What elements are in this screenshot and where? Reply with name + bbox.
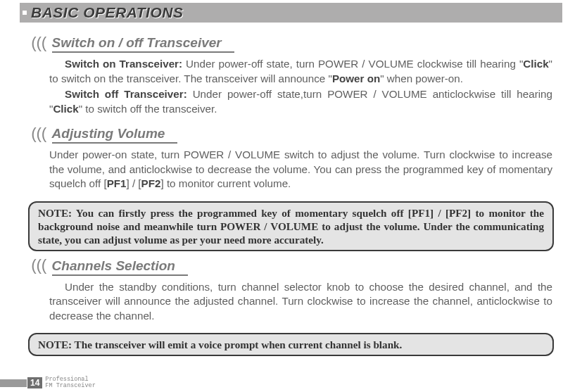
body-text: " to switch off the transceiver.: [79, 103, 217, 115]
bold-term: Click: [53, 103, 78, 115]
section-head: ((( Switch on / off Transceiver: [30, 35, 552, 53]
lead-label: Switch off Transceiver:: [65, 88, 187, 100]
banner-title: BASIC OPERATIONS: [31, 4, 183, 20]
section-body: Switch on Transceiver: Under power-off s…: [49, 57, 552, 116]
manual-page: BASIC OPERATIONS ((( Switch on / off Tra…: [0, 3, 582, 356]
section-head: ((( Adjusting Volume: [30, 126, 552, 144]
note-text: NOTE: The transceiver will emit a voice …: [38, 339, 402, 350]
radio-wave-icon: (((: [30, 37, 45, 52]
section-channels: ((( Channels Selection Under the standby…: [30, 258, 552, 324]
page-banner: BASIC OPERATIONS: [20, 3, 562, 23]
section-adjust-volume: ((( Adjusting Volume Under power-on stat…: [30, 126, 552, 191]
note-box-channels: NOTE: The transceiver will emit a voice …: [28, 333, 554, 356]
body-text: Under power-off state, turn POWER / VOLU…: [182, 58, 523, 70]
footer-bar-icon: [0, 379, 27, 387]
body-text: ] / [: [126, 177, 141, 189]
body-text: Under the standby conditions, turn chann…: [49, 280, 552, 324]
bold-term: PF2: [141, 177, 161, 189]
bold-term: PF1: [107, 177, 127, 189]
bold-term: Click: [523, 58, 548, 70]
note-box-volume: NOTE: You can firstly press the programm…: [28, 201, 554, 251]
section-body: Under power-on state, turn POWER / VOLUM…: [49, 148, 552, 191]
radio-wave-icon: (((: [30, 127, 45, 143]
lead-label: Switch on Transceiver:: [65, 58, 182, 70]
body-text: " when power-on.: [380, 72, 463, 84]
body-text: ] to monitor current volume.: [160, 177, 291, 189]
section-title: Switch on / off Transceiver: [52, 35, 234, 53]
radio-wave-icon: (((: [30, 259, 45, 274]
footer-caption: Professional FM Transceiver: [45, 377, 95, 389]
section-head: ((( Channels Selection: [30, 258, 552, 276]
section-body: Under the standby conditions, turn chann…: [49, 280, 552, 324]
section-title: Adjusting Volume: [52, 126, 178, 144]
section-switch-onoff: ((( Switch on / off Transceiver Switch o…: [30, 35, 552, 116]
note-text: NOTE: You can firstly press the programm…: [38, 207, 544, 246]
page-footer: 14 Professional FM Transceiver: [0, 377, 96, 389]
page-number: 14: [27, 377, 42, 388]
section-title: Channels Selection: [52, 258, 188, 276]
bold-term: Power on: [332, 72, 380, 84]
